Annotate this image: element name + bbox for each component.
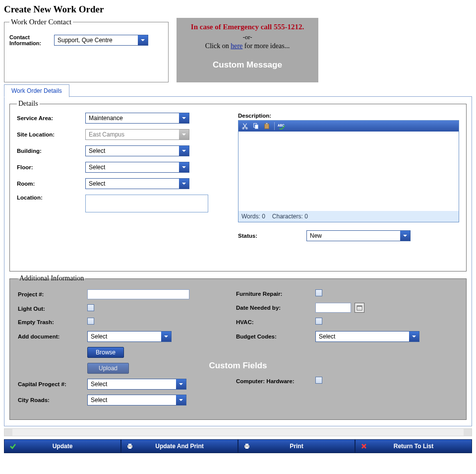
emergency-text: In case of Emergency call 555-1212. [182, 23, 312, 31]
capital-project-select[interactable]: Select [87, 379, 186, 390]
location-label: Location: [17, 195, 85, 201]
project-number-label: Project #: [18, 291, 87, 297]
contact-legend: Work Order Contact [9, 18, 73, 26]
print-button[interactable]: Print [238, 440, 356, 453]
upload-button[interactable]: Upload [87, 363, 129, 374]
service-area-select[interactable]: Maintenance [85, 113, 189, 124]
update-button[interactable]: Update [4, 440, 121, 453]
capital-project-label: Capital Progect #: [18, 381, 87, 387]
here-link[interactable]: here [231, 42, 242, 50]
copy-icon[interactable] [251, 122, 260, 130]
action-bar: Update Update And Print Print Return To … [4, 439, 472, 453]
return-to-list-button[interactable]: Return To List [356, 440, 472, 453]
editor-toolbar: ABC [238, 121, 459, 132]
details-legend: Details [17, 100, 40, 108]
chevron-down-icon [176, 395, 186, 405]
description-editor: ABC Words: 0 Characters: 0 [238, 120, 459, 222]
light-out-checkbox[interactable] [87, 304, 94, 311]
tab-panel: Details Service Area: Maintenance Site [4, 96, 472, 426]
light-out-label: Light Out: [18, 306, 87, 312]
svg-rect-4 [265, 124, 269, 129]
project-number-input[interactable] [87, 289, 189, 299]
svg-rect-16 [245, 447, 248, 449]
custom-message-panel: In case of Emergency call 555-1212. -or-… [177, 18, 318, 82]
date-needed-input[interactable] [315, 303, 351, 313]
room-select[interactable]: Select [85, 178, 189, 189]
site-location-label: Site Location: [17, 132, 85, 137]
floor-label: Floor: [17, 164, 85, 170]
budget-codes-select[interactable]: Select [315, 331, 419, 342]
contact-info-label: Contact Information: [9, 34, 49, 46]
floor-select[interactable]: Select [85, 162, 189, 173]
chevron-down-icon [409, 332, 419, 341]
calendar-icon[interactable] [355, 303, 364, 313]
svg-rect-13 [128, 447, 131, 449]
custom-message-caption: Custom Message [182, 60, 312, 70]
chevron-down-icon [179, 130, 189, 139]
cut-icon[interactable] [240, 122, 249, 130]
status-select[interactable]: New [306, 230, 411, 241]
chevron-down-icon [176, 379, 186, 389]
date-needed-label: Date Needed by: [236, 305, 315, 311]
add-document-label: Add document: [18, 334, 87, 339]
description-textarea[interactable] [238, 132, 459, 211]
add-document-select[interactable]: Select [87, 331, 172, 342]
furniture-repair-checkbox[interactable] [315, 289, 322, 296]
spellcheck-icon[interactable]: ABC [278, 122, 287, 130]
chevron-down-icon [138, 35, 148, 45]
status-label: Status: [238, 233, 306, 239]
svg-rect-3 [255, 125, 258, 129]
svg-rect-15 [245, 444, 248, 445]
update-and-print-button[interactable]: Update And Print [121, 440, 238, 453]
check-icon [9, 443, 16, 450]
horizontal-scrollbar[interactable] [4, 428, 472, 436]
budget-codes-label: Budget Codes: [236, 334, 315, 339]
svg-rect-12 [128, 444, 131, 445]
close-icon [360, 443, 367, 450]
additional-info-group: Additional Information Custom Fields Pro… [9, 274, 467, 420]
printer-icon [126, 443, 133, 450]
building-label: Building: [17, 148, 85, 154]
city-roads-select[interactable]: Select [87, 395, 186, 406]
chevron-down-icon [179, 162, 189, 172]
paste-icon[interactable] [262, 122, 271, 130]
hvac-label: HVAC: [236, 319, 315, 325]
site-location-select[interactable]: East Campus [85, 129, 189, 140]
details-group: Details Service Area: Maintenance Site [9, 100, 467, 271]
svg-rect-8 [357, 306, 362, 307]
room-label: Room: [17, 181, 85, 187]
editor-status: Words: 0 Characters: 0 [238, 211, 459, 222]
building-select[interactable]: Select [85, 145, 189, 156]
browse-button[interactable]: Browse [87, 347, 124, 358]
location-input[interactable] [85, 195, 208, 212]
svg-rect-5 [266, 123, 268, 125]
hvac-checkbox[interactable] [315, 318, 322, 325]
or-text: -or- [182, 33, 312, 41]
city-roads-label: City Roads: [18, 397, 87, 403]
computer-hardware-label: Computer: Hardware: [236, 378, 315, 384]
page-title: Create New Work Order [4, 4, 472, 15]
more-ideas-text: Click on here for more ideas... [182, 42, 312, 50]
furniture-repair-label: Furniture Repair: [236, 291, 315, 297]
chevron-down-icon [161, 332, 171, 341]
chevron-down-icon [400, 231, 410, 241]
empty-trash-label: Empty Trash: [18, 319, 87, 325]
tab-work-order-details[interactable]: Work Order Details [4, 84, 69, 97]
contact-info-value: Support, Que Centre [55, 35, 138, 45]
chevron-down-icon [179, 179, 189, 189]
printer-icon [243, 443, 250, 450]
work-order-contact-group: Work Order Contact Contact Information: … [4, 18, 169, 82]
chevron-down-icon [179, 146, 189, 156]
contact-info-select[interactable]: Support, Que Centre [54, 35, 148, 46]
description-label: Description: [238, 113, 459, 119]
computer-hardware-checkbox[interactable] [315, 377, 322, 384]
chevron-down-icon [179, 113, 189, 123]
service-area-label: Service Area: [17, 115, 85, 121]
additional-legend: Additional Information [18, 274, 85, 282]
empty-trash-checkbox[interactable] [87, 318, 94, 325]
